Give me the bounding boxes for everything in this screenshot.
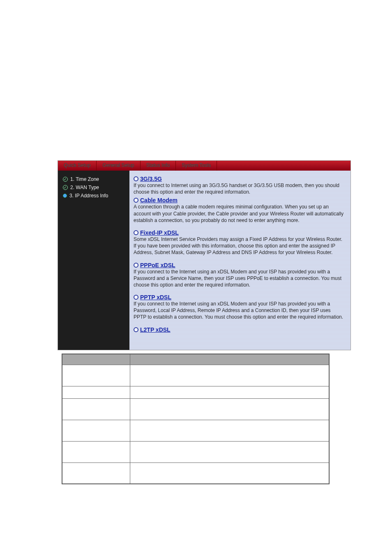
table-row [62, 398, 329, 420]
table-cell [62, 398, 130, 420]
table-cell [62, 441, 130, 462]
option-desc: A connection through a cable modem requi… [134, 204, 345, 224]
tab-label: General Setup [102, 162, 134, 168]
option-cable-modem: Cable Modem A connection through a cable… [134, 197, 345, 224]
option-l2tp: L2TP xDSL [134, 326, 345, 333]
option-link-pptp[interactable]: PPTP xDSL [140, 294, 171, 301]
sidebar-item-wan-type[interactable]: ✓ 2. WAN Type [63, 185, 125, 190]
tab-general-setup[interactable]: General Setup [97, 161, 140, 171]
radio-icon[interactable] [134, 176, 138, 181]
table-row [62, 365, 329, 386]
tab-status-info[interactable]: Status Info [141, 161, 176, 171]
sidebar-item-label: 3. IP Address Info [69, 193, 108, 199]
option-link-pppoe[interactable]: PPPoE xDSL [140, 262, 175, 268]
check-icon: ✓ [63, 185, 68, 190]
radio-icon[interactable] [134, 263, 138, 268]
table-cell [130, 365, 329, 386]
option-desc: Some xDSL Internet Service Providers may… [134, 236, 345, 256]
tab-label: Quick Setup [64, 162, 90, 168]
table-header-row [62, 354, 329, 365]
table-cell [62, 462, 130, 484]
top-nav: Quick Setup General Setup Status Info Sy… [58, 161, 350, 171]
sidebar-item-label: 2. WAN Type [70, 185, 99, 190]
radio-icon[interactable] [134, 230, 138, 235]
table-row [62, 462, 329, 484]
radio-icon[interactable] [134, 198, 138, 203]
table-cell [62, 386, 130, 398]
table-cell [130, 398, 329, 420]
sidebar: ✓ 1. Time Zone ✓ 2. WAN Type 3. IP Addre… [58, 171, 129, 350]
table-row [62, 386, 329, 398]
table-header-cell [130, 354, 329, 365]
info-table [62, 354, 330, 484]
table-cell [130, 462, 329, 484]
sidebar-item-label: 1. Time Zone [70, 176, 99, 182]
option-desc: If you connect to the Internet using an … [134, 268, 345, 289]
option-link-3g[interactable]: 3G/3.5G [140, 176, 162, 182]
tab-quick-setup[interactable]: Quick Setup [58, 161, 97, 171]
sidebar-item-ip-address-info[interactable]: 3. IP Address Info [63, 193, 125, 199]
tab-system-tools[interactable]: System Tools [176, 161, 217, 171]
table-row [62, 441, 329, 462]
radio-icon[interactable] [134, 295, 138, 300]
table-cell [130, 386, 329, 398]
check-icon: ✓ [63, 177, 68, 182]
option-link-cable[interactable]: Cable Modem [140, 197, 178, 204]
tab-label: Status Info [146, 162, 170, 168]
table-cell [130, 420, 329, 441]
option-3g: 3G/3.5G If you connect to Internet using… [134, 176, 345, 195]
radio-icon[interactable] [134, 327, 138, 332]
table-header-cell [62, 354, 130, 365]
option-fixed-ip: Fixed-IP xDSL Some xDSL Internet Service… [134, 229, 345, 256]
content-area: 3G/3.5G If you connect to Internet using… [129, 171, 350, 350]
option-link-fixed-ip[interactable]: Fixed-IP xDSL [140, 229, 179, 236]
table-row [62, 420, 329, 441]
active-dot-icon [63, 194, 67, 198]
sidebar-item-time-zone[interactable]: ✓ 1. Time Zone [63, 176, 125, 182]
table-cell [62, 365, 130, 386]
tab-label: System Tools [182, 162, 211, 168]
option-link-l2tp[interactable]: L2TP xDSL [140, 326, 171, 333]
router-config-panel: Quick Setup General Setup Status Info Sy… [58, 160, 351, 350]
table-cell [62, 420, 130, 441]
option-pppoe: PPPoE xDSL If you connect to the Interne… [134, 262, 345, 289]
option-pptp: PPTP xDSL If you connect to the Internet… [134, 294, 345, 321]
table-cell [130, 441, 329, 462]
option-desc: If you connect to Internet using an 3G/3… [134, 182, 345, 195]
option-desc: If you connect to the Internet using an … [134, 301, 345, 321]
